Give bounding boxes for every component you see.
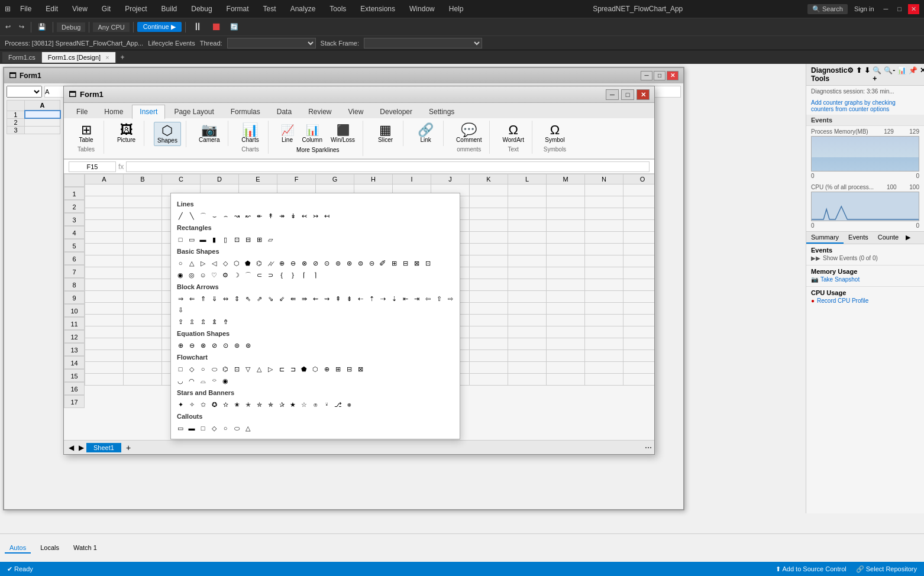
ribbon-tab-settings[interactable]: Settings <box>421 105 462 118</box>
shape-basic-20[interactable]: ⊟ <box>400 258 410 268</box>
cell-14-10[interactable] <box>470 338 508 350</box>
shape-arrow-24[interactable]: ⇧ <box>434 294 444 303</box>
cell-17-1[interactable] <box>124 374 162 386</box>
shape-star-7[interactable]: ✭ <box>243 400 253 409</box>
cell-6-0[interactable] <box>85 244 124 255</box>
shape-arrow-3[interactable]: ⇑ <box>198 294 208 303</box>
shape-arrow-7[interactable]: ⇖ <box>243 294 253 303</box>
close-tab-icon[interactable]: × <box>105 54 109 61</box>
col-header-l[interactable]: L <box>508 174 547 185</box>
cell-4-11[interactable] <box>508 220 547 232</box>
cell-2-1[interactable] <box>124 196 162 208</box>
shape-basic-16[interactable]: ⊛ <box>344 258 354 268</box>
shape-callout-5[interactable]: ○ <box>221 423 230 433</box>
cell-2-10[interactable] <box>470 196 508 208</box>
cell-16-0[interactable] <box>85 362 124 374</box>
cell-2-13[interactable] <box>585 196 623 208</box>
shape-rect-9[interactable]: ▱ <box>266 235 275 244</box>
cell-1-10[interactable] <box>470 185 508 196</box>
cell-10-12[interactable] <box>547 291 585 303</box>
col-header-b[interactable]: B <box>124 174 162 185</box>
shape-star-5[interactable]: ✫ <box>221 400 230 409</box>
slicer-btn[interactable]: ▦ Slicer <box>375 122 396 145</box>
shape-basic-b7[interactable]: ⌒ <box>243 270 253 280</box>
menu-item-build[interactable]: Build <box>157 4 182 14</box>
col-header-d[interactable]: D <box>201 174 239 185</box>
cell-14-1[interactable] <box>124 338 162 350</box>
shape-line-3[interactable]: ⌒ <box>198 211 208 221</box>
close-btn[interactable]: ✕ <box>908 4 919 14</box>
shape-basic-22[interactable]: ⊡ <box>423 258 432 268</box>
cell-9-14[interactable] <box>623 279 655 291</box>
cell-16-1[interactable] <box>124 362 162 374</box>
shape-basic-12[interactable]: ⊗ <box>299 258 309 268</box>
shape-arrow-4[interactable]: ⇓ <box>209 294 219 303</box>
ribbon-tab-file[interactable]: File <box>69 105 95 118</box>
diag-zoom-out-icon[interactable]: 🔍- <box>884 66 895 83</box>
shape-rect-2[interactable]: ▭ <box>187 235 196 244</box>
ribbon-tab-view[interactable]: View <box>341 105 371 118</box>
menu-item-test[interactable]: Test <box>259 4 281 14</box>
formula-input[interactable] <box>126 161 650 172</box>
column-sparkline-btn[interactable]: 📊 Column <box>299 122 325 145</box>
cell-12-0[interactable] <box>85 315 124 326</box>
cell-3-11[interactable] <box>508 208 547 220</box>
col-header-n[interactable]: N <box>585 174 623 185</box>
shape-flow-7[interactable]: ▽ <box>243 364 253 374</box>
shape-line-4[interactable]: ⌣ <box>209 211 219 221</box>
shape-basic-2[interactable]: △ <box>187 258 196 268</box>
cell-12-10[interactable] <box>470 315 508 326</box>
cell-4-1[interactable] <box>124 220 162 232</box>
shape-arrow-6[interactable]: ⇕ <box>232 294 241 303</box>
shape-eq-4[interactable]: ⊘ <box>209 341 219 350</box>
shape-basic-b12[interactable]: ⌈ <box>299 270 309 280</box>
continue-btn[interactable]: Continue ▶ <box>137 22 182 32</box>
shape-flow-b5[interactable]: ◉ <box>221 376 230 386</box>
diag-import-icon[interactable]: ⬆ <box>856 66 862 83</box>
shape-arrow-9[interactable]: ⇘ <box>266 294 275 303</box>
cell-8-12[interactable] <box>547 267 585 279</box>
col-header-a[interactable]: A <box>85 174 124 185</box>
cell-3-12[interactable] <box>547 208 585 220</box>
cell-10-10[interactable] <box>470 291 508 303</box>
shape-basic-b9[interactable]: ⊃ <box>266 270 275 280</box>
cell-11-0[interactable] <box>85 303 124 315</box>
shape-line-2[interactable]: ╲ <box>187 211 196 221</box>
shape-eq-7[interactable]: ⊛ <box>243 341 253 350</box>
debug-tab-watch1[interactable]: Watch 1 <box>69 543 102 554</box>
shape-flow-b2[interactable]: ◠ <box>187 376 196 386</box>
shape-basic-b1[interactable]: ◉ <box>176 270 185 280</box>
shape-star-1[interactable]: ✦ <box>176 400 185 409</box>
cell-3-14[interactable] <box>623 208 655 220</box>
ribbon-tab-home[interactable]: Home <box>96 105 131 118</box>
diag-chart-icon[interactable]: 📊 <box>897 66 906 83</box>
cell-17-11[interactable] <box>508 374 547 386</box>
shape-rect-7[interactable]: ⊟ <box>243 235 253 244</box>
cell-8-11[interactable] <box>508 267 547 279</box>
charts-btn[interactable]: 📊 Charts <box>238 122 261 145</box>
cell-5-1[interactable] <box>124 232 162 244</box>
shape-line-12[interactable]: ↢ <box>299 211 309 221</box>
col-header-m[interactable]: M <box>547 174 585 185</box>
cell-7-12[interactable] <box>547 255 585 267</box>
shape-basic-19[interactable]: ⊞ <box>389 258 399 268</box>
cell-13-13[interactable] <box>585 326 623 338</box>
shape-arrow-b5[interactable]: ⇮ <box>221 317 230 326</box>
shape-star-6[interactable]: ✬ <box>232 400 241 409</box>
cell-4-0[interactable] <box>85 220 124 232</box>
cell-17-12[interactable] <box>547 374 585 386</box>
col-header-c[interactable]: C <box>162 174 201 185</box>
toolbar-stop[interactable]: ⏹ <box>208 20 225 34</box>
shape-basic-7[interactable]: ⬟ <box>243 258 253 268</box>
shape-line-5[interactable]: ⌢ <box>221 211 230 221</box>
cell-1-12[interactable] <box>547 185 585 196</box>
shape-basic-4[interactable]: ◁ <box>209 258 219 268</box>
cell-6-10[interactable] <box>470 244 508 255</box>
maximize-btn[interactable]: □ <box>894 4 904 14</box>
debug-tab-autos[interactable]: Autos <box>5 543 31 554</box>
cell-5-0[interactable] <box>85 232 124 244</box>
cell-10-0[interactable] <box>85 291 124 303</box>
cell-10-13[interactable] <box>585 291 623 303</box>
shape-arrow-14[interactable]: ⇝ <box>322 294 331 303</box>
outer-max-btn[interactable]: □ <box>654 71 665 80</box>
